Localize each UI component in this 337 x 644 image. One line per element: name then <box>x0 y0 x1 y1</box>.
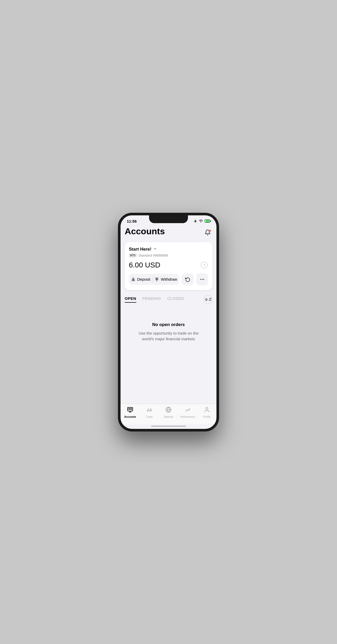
account-name: Start Here! <box>129 247 151 252</box>
nav-item-markets[interactable]: Markets <box>159 407 178 418</box>
empty-description: Use the opportunity to trade on the worl… <box>132 330 205 342</box>
status-icons <box>194 219 210 223</box>
trade-nav-label: Trade <box>146 415 153 418</box>
svg-point-0 <box>200 279 201 280</box>
chevron-down-icon[interactable] <box>153 247 157 252</box>
tabs-left: OPEN PENDING CLOSED <box>125 296 184 303</box>
notification-button[interactable] <box>203 229 212 238</box>
home-indicator <box>151 426 186 427</box>
accounts-icon <box>127 407 133 414</box>
battery-icon <box>205 220 210 223</box>
deposit-icon <box>131 277 136 282</box>
status-time: 11:56 <box>127 219 137 223</box>
info-circle-icon: i <box>201 262 208 268</box>
sort-icon <box>204 298 208 302</box>
account-number: Standard #8888888 <box>138 253 168 257</box>
withdraw-label: Withdraw <box>161 277 177 281</box>
svg-line-16 <box>186 410 187 411</box>
notification-dot <box>209 230 211 232</box>
balance-row: 6.00 USD i <box>129 261 208 269</box>
notch <box>149 215 188 223</box>
header-row: Accounts <box>125 227 212 238</box>
nav-item-performance[interactable]: Performance <box>178 407 197 418</box>
nav-item-accounts[interactable]: Accounts <box>121 407 140 418</box>
history-icon <box>185 277 190 282</box>
empty-state: No open orders Use the opportunity to tr… <box>125 309 212 355</box>
svg-point-1 <box>202 279 202 280</box>
wifi-icon <box>199 220 203 223</box>
withdraw-button[interactable]: Withdraw <box>152 274 179 285</box>
profile-icon <box>204 407 210 414</box>
bottom-nav: Accounts Trade <box>121 404 216 424</box>
markets-nav-label: Markets <box>164 415 173 418</box>
empty-title: No open orders <box>152 322 185 327</box>
profile-nav-label: Profile <box>203 415 210 418</box>
markets-icon <box>165 407 172 414</box>
accounts-nav-label: Accounts <box>124 415 136 418</box>
mt5-badge: MT5 <box>129 253 137 257</box>
balance-amount: 6.00 USD <box>129 261 160 269</box>
action-btn-group: Deposit Withdraw <box>129 274 179 285</box>
performance-nav-label: Performance <box>180 415 195 418</box>
info-button[interactable]: i <box>200 261 208 269</box>
account-name-row: Start Here! <box>129 247 208 252</box>
phone-frame: 11:56 Accounts <box>118 213 219 431</box>
action-row: Deposit Withdraw <box>129 273 208 285</box>
svg-point-19 <box>206 407 208 409</box>
account-meta: MT5 Standard #8888888 <box>129 253 208 257</box>
nav-item-trade[interactable]: Trade <box>140 407 159 418</box>
sort-button[interactable]: ⇵ <box>203 295 212 304</box>
more-button[interactable] <box>196 273 208 285</box>
airplane-icon <box>194 219 197 223</box>
deposit-button[interactable]: Deposit <box>129 274 152 285</box>
svg-point-2 <box>203 279 204 280</box>
deposit-label: Deposit <box>137 277 150 281</box>
phone-screen: 11:56 Accounts <box>121 215 216 429</box>
trade-icon <box>146 407 152 414</box>
withdraw-icon <box>155 277 159 282</box>
nav-item-profile[interactable]: Profile <box>197 407 216 418</box>
performance-icon <box>185 407 191 414</box>
more-icon <box>200 277 205 282</box>
main-content: Accounts Start Here! <box>121 224 216 404</box>
page-title: Accounts <box>125 227 165 236</box>
tab-open[interactable]: OPEN <box>125 296 136 303</box>
tab-pending[interactable]: PENDING <box>143 296 161 303</box>
history-button[interactable] <box>182 273 194 285</box>
account-card: Start Here! MT5 Standard #8888888 6.00 U… <box>125 242 212 290</box>
tabs-row: OPEN PENDING CLOSED ⇵ <box>125 295 212 304</box>
tab-closed[interactable]: CLOSED <box>167 296 184 303</box>
